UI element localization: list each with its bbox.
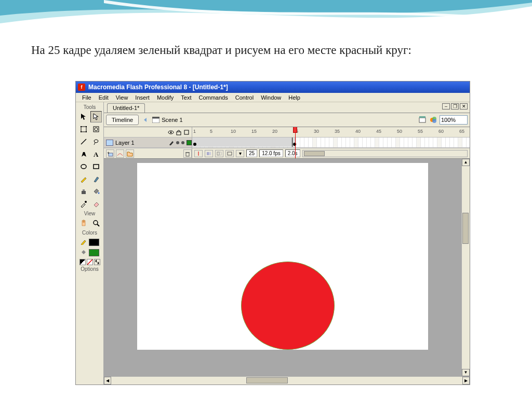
frame-cell[interactable] xyxy=(358,138,363,147)
keyframe-start[interactable] xyxy=(193,143,196,146)
frame-track[interactable] xyxy=(192,138,470,148)
timeline-hscroll-thumb[interactable] xyxy=(304,151,325,156)
frame-cell[interactable] xyxy=(458,138,462,147)
frame-cell[interactable] xyxy=(363,138,367,147)
menu-control[interactable]: Control xyxy=(232,93,257,102)
frame-cell[interactable] xyxy=(296,138,300,147)
oval-tool[interactable] xyxy=(78,161,89,172)
frame-cell[interactable] xyxy=(321,138,325,147)
frame-cell[interactable] xyxy=(313,138,317,147)
frame-cell[interactable] xyxy=(383,138,388,147)
doc-restore-btn[interactable]: ❐ xyxy=(451,103,459,109)
pen-tool[interactable] xyxy=(78,148,89,160)
menu-window[interactable]: Window xyxy=(258,93,284,102)
frame-cell[interactable] xyxy=(338,138,342,147)
line-tool[interactable] xyxy=(78,136,89,147)
frame-cell[interactable] xyxy=(467,138,470,147)
frame-cell[interactable] xyxy=(329,138,334,147)
menu-edit[interactable]: Edit xyxy=(96,93,112,102)
frame-cell[interactable] xyxy=(317,138,321,147)
frame-cell[interactable] xyxy=(417,138,421,147)
frame-cell[interactable] xyxy=(388,138,392,147)
hscroll-thumb[interactable] xyxy=(246,377,288,383)
zoom-input[interactable] xyxy=(440,115,468,125)
onion-skin-outlines-btn[interactable] xyxy=(215,150,223,157)
no-color-btn[interactable] xyxy=(87,259,93,265)
frame-cell[interactable] xyxy=(425,138,429,147)
layer-outline-color[interactable] xyxy=(187,140,192,145)
frame-cell[interactable] xyxy=(408,138,413,147)
frame-cell[interactable] xyxy=(437,138,442,147)
frame-cell[interactable] xyxy=(346,138,350,147)
frame-cell[interactable] xyxy=(392,138,396,147)
frame-cell[interactable] xyxy=(450,138,454,147)
frame-cell[interactable] xyxy=(379,138,383,147)
onion-skin-btn[interactable] xyxy=(205,150,213,157)
menu-file[interactable]: File xyxy=(79,93,95,102)
modify-onion-markers-btn[interactable]: ▾ xyxy=(236,150,244,157)
frame-cell[interactable] xyxy=(354,138,358,147)
layer-lock-dot[interactable] xyxy=(181,141,184,144)
frame-cell[interactable] xyxy=(325,138,329,147)
scene-back-arrow[interactable] xyxy=(141,115,150,125)
selection-tool[interactable] xyxy=(78,111,89,122)
frame-cell[interactable] xyxy=(396,138,400,147)
frame-cell[interactable] xyxy=(442,138,446,147)
insert-layer-btn[interactable]: + xyxy=(106,149,114,158)
text-tool[interactable]: A xyxy=(90,148,102,160)
vscroll-down-arrow[interactable]: ▼ xyxy=(462,369,470,376)
edit-symbols-icon[interactable] xyxy=(429,116,437,124)
vscroll-thumb[interactable] xyxy=(462,213,469,244)
free-transform-tool[interactable] xyxy=(78,123,89,135)
hscroll-left-arrow[interactable]: ◀ xyxy=(104,377,111,385)
frame-cell[interactable] xyxy=(413,138,417,147)
insert-folder-btn[interactable] xyxy=(126,149,134,158)
frame-cell[interactable] xyxy=(300,138,304,147)
center-frame-btn[interactable] xyxy=(194,150,203,157)
layer-visible-dot[interactable] xyxy=(176,141,179,144)
swap-colors-btn[interactable] xyxy=(94,259,100,265)
lasso-tool[interactable] xyxy=(90,136,102,147)
frame-cell[interactable] xyxy=(433,138,437,147)
frame-cell[interactable] xyxy=(371,138,375,147)
playhead[interactable] xyxy=(295,127,296,158)
fill-color-swatch[interactable] xyxy=(89,249,99,256)
timeline-hscrollbar[interactable] xyxy=(302,150,468,157)
red-circle-shape[interactable] xyxy=(241,262,335,350)
frame-cell[interactable] xyxy=(350,138,354,147)
eraser-tool[interactable] xyxy=(90,198,102,210)
frame-cell[interactable] xyxy=(404,138,408,147)
timeline-ruler[interactable]: 1 5 10 15 20 25 30 35 40 45 50 55 60 65 xyxy=(192,127,470,138)
zoom-tool[interactable] xyxy=(90,217,102,229)
menu-help[interactable]: Help xyxy=(285,93,303,102)
brush-tool[interactable] xyxy=(90,173,102,185)
doc-close-btn[interactable]: ✕ xyxy=(460,103,468,109)
stage-hscrollbar[interactable]: ◀ ▶ xyxy=(104,376,470,385)
rectangle-tool[interactable] xyxy=(90,161,102,172)
outline-column-icon[interactable] xyxy=(183,129,190,135)
frame-cell[interactable] xyxy=(421,138,425,147)
default-colors-btn[interactable] xyxy=(79,259,86,265)
hscroll-right-arrow[interactable]: ▶ xyxy=(462,377,470,385)
frame-cell[interactable] xyxy=(342,138,346,147)
edit-scene-icon[interactable] xyxy=(419,116,427,124)
frame-cell[interactable] xyxy=(462,138,467,147)
menu-insert[interactable]: Insert xyxy=(132,93,153,102)
ink-bottle-tool[interactable] xyxy=(78,186,89,197)
stroke-color-swatch[interactable] xyxy=(89,239,99,246)
delete-layer-btn[interactable] xyxy=(183,149,192,158)
menu-commands[interactable]: Commands xyxy=(195,93,231,102)
menu-view[interactable]: View xyxy=(113,93,131,102)
eyedropper-tool[interactable] xyxy=(78,198,89,210)
subselection-tool[interactable] xyxy=(90,111,102,122)
document-tab[interactable]: Untitled-1* xyxy=(107,103,145,113)
layer-row[interactable]: Layer 1 xyxy=(104,138,192,148)
stage-vscrollbar[interactable]: ▲ ▼ xyxy=(461,159,470,376)
timeline-tab[interactable]: Timeline xyxy=(106,115,139,125)
frame-cell[interactable] xyxy=(309,138,313,147)
hand-tool[interactable] xyxy=(78,217,89,229)
pencil-tool[interactable] xyxy=(78,173,89,185)
gradient-transform-tool[interactable] xyxy=(90,123,102,135)
menu-modify[interactable]: Modify xyxy=(154,93,177,102)
frame-cell[interactable] xyxy=(375,138,379,147)
